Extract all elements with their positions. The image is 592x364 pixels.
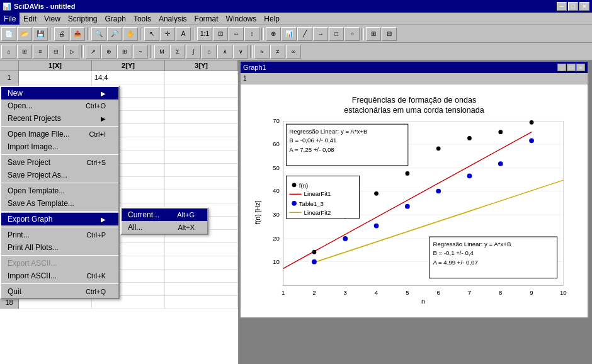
menu-import-image-item[interactable]: Import Image...	[1, 140, 118, 153]
minimize-button[interactable]: ─	[557, 2, 567, 11]
export-current-item[interactable]: Current... Alt+G	[122, 208, 207, 221]
zoom-width[interactable]: ↔	[229, 27, 244, 41]
menu-graph[interactable]: Graph	[101, 13, 130, 25]
save-tool[interactable]: 💾	[33, 27, 48, 41]
menu-import-ascii-item[interactable]: Import ASCII... Ctrl+K	[1, 270, 118, 282]
open-tool[interactable]: 📂	[17, 27, 32, 41]
export-tool[interactable]: 📤	[70, 27, 85, 41]
main-area: 1[X] 2[Y] 3[Y] 1 14,4 2 21,8 3 29,1	[0, 60, 592, 364]
ellipse-tool[interactable]: ○	[344, 27, 360, 41]
maximize-button[interactable]: □	[568, 2, 578, 11]
menu-print-all-item[interactable]: Print All Plots...	[1, 241, 118, 254]
menu-tools[interactable]: Tools	[130, 13, 155, 25]
menu-format[interactable]: Format	[191, 13, 222, 25]
header-row-num	[0, 60, 19, 71]
chart-title-2: estacionárias em uma corda tensionada	[344, 106, 484, 115]
tool-r11[interactable]: Σ	[170, 45, 185, 59]
menu-view[interactable]: View	[40, 13, 64, 25]
tool-r1[interactable]: ⌂	[1, 45, 16, 59]
black-dot-7	[467, 136, 472, 140]
tool-r10[interactable]: M	[154, 45, 169, 59]
black-dot-6	[436, 146, 441, 151]
menu-edit[interactable]: Edit	[20, 13, 40, 25]
menu-file[interactable]: File	[0, 13, 20, 25]
graph-close-btn[interactable]: ×	[576, 64, 585, 71]
tool-r15[interactable]: ∨	[233, 45, 248, 59]
tool-r2[interactable]: ⊞	[17, 45, 32, 59]
tool-r6[interactable]: ↗	[86, 45, 101, 59]
menu-save-as-item[interactable]: Save Project As...	[1, 169, 118, 181]
zoom-out-tool[interactable]: 🔎	[107, 27, 122, 41]
tool-r9[interactable]: ~	[133, 45, 148, 59]
tool-r16[interactable]: ≈	[254, 45, 270, 59]
data-tool[interactable]: 📊	[282, 27, 297, 41]
zoom-in-tool[interactable]: 🔍	[91, 27, 106, 41]
menu-recent-item[interactable]: Recent Projects ▶	[1, 112, 118, 125]
hand-tool[interactable]: ✋	[123, 27, 138, 41]
graph-max-btn[interactable]: □	[567, 64, 576, 71]
text-tool[interactable]: A	[176, 27, 191, 41]
x-axis-label: n	[421, 297, 425, 305]
menu-sep-7	[1, 283, 118, 284]
tool-r13[interactable]: ⌂	[202, 45, 217, 59]
menu-save-template-item[interactable]: Save As Template...	[1, 197, 118, 210]
cross-tool[interactable]: ✛	[160, 27, 175, 41]
menu-save-project-item[interactable]: Save Project Ctrl+S	[1, 156, 118, 169]
cursor-tool[interactable]: ↖	[144, 27, 159, 41]
close-button[interactable]: ×	[579, 2, 589, 11]
sep-r3	[250, 45, 253, 58]
tool-r4[interactable]: ⊟	[48, 45, 64, 59]
print-tool[interactable]: 🖨	[54, 27, 69, 41]
zoom-100[interactable]: 1:1	[197, 27, 212, 41]
menu-analysis[interactable]: Analysis	[155, 13, 191, 25]
graph-title: Graph1	[243, 64, 266, 71]
file-dropdown-menu: New ▶ Open... Ctrl+O Recent Projects ▶ O…	[0, 86, 120, 299]
blue-dot-8	[498, 161, 503, 166]
menu-export-graph-item[interactable]: Export Graph ▶	[1, 213, 118, 225]
tool-r3[interactable]: ≡	[33, 45, 48, 59]
line-tool[interactable]: ╱	[297, 27, 312, 41]
toolbar-row-1: 📄 📂 💾 🖨 📤 🔍 🔎 ✋ ↖ ✛ A 1:1 ⊡ ↔ ↕ ⊕ 📊 ╱ → …	[0, 25, 592, 43]
crosshair-tool[interactable]: ⊕	[266, 27, 281, 41]
zoom-height[interactable]: ↕	[244, 27, 259, 41]
menu-help[interactable]: Help	[260, 13, 283, 25]
export-submenu: Current... Alt+G All... Alt+X	[120, 207, 208, 235]
menu-print-item[interactable]: Print... Ctrl+P	[1, 229, 118, 241]
sep-r2	[150, 45, 152, 58]
menu-bar: File Edit View Scripting Graph Tools Ana…	[0, 13, 592, 25]
blue-dot-2	[312, 259, 317, 264]
new-tool[interactable]: 📄	[1, 27, 16, 41]
y-label-20: 20	[273, 235, 280, 242]
table-tool[interactable]: ⊟	[382, 27, 397, 41]
sep6	[361, 28, 364, 40]
regression2-title: Regressão Linear: y = A*x+B	[433, 241, 511, 247]
tool-r12[interactable]: ∫	[186, 45, 201, 59]
y-label-40: 40	[273, 187, 280, 194]
tool-r7[interactable]: ⊕	[101, 45, 117, 59]
tool-r8[interactable]: ⊞	[117, 45, 132, 59]
layer-tool[interactable]: ⊞	[366, 27, 381, 41]
graph-min-btn[interactable]: _	[557, 64, 566, 71]
tool-r17[interactable]: ≠	[270, 45, 285, 59]
menu-sep-5	[1, 227, 118, 227]
menu-new-item[interactable]: New ▶	[1, 87, 118, 100]
graph-title-bar: Graph1 _ □ ×	[241, 62, 588, 73]
rect-tool[interactable]: □	[329, 27, 344, 41]
legend-table: Table1_3	[299, 200, 324, 207]
right-panel: Graph1 _ □ × 1 Frequências de formação d…	[239, 60, 592, 364]
zoom-fit[interactable]: ⊡	[213, 27, 228, 41]
tool-r18[interactable]: ∞	[286, 45, 301, 59]
legend-fit2: LinearFit2	[304, 209, 331, 216]
menu-windows[interactable]: Windows	[222, 13, 261, 25]
x-label-3: 3	[344, 289, 347, 296]
tool-r5[interactable]: ▷	[64, 45, 79, 59]
menu-quit-item[interactable]: Quit Ctrl+Q	[1, 285, 118, 298]
arrow-tool[interactable]: →	[313, 27, 328, 41]
blue-dot-4	[374, 224, 379, 229]
menu-open-image-item[interactable]: Open Image File... Ctrl+I	[1, 128, 118, 140]
export-all-item[interactable]: All... Alt+X	[122, 221, 207, 234]
tool-r14[interactable]: ∧	[217, 45, 232, 59]
menu-open-item[interactable]: Open... Ctrl+O	[1, 100, 118, 112]
menu-open-template-item[interactable]: Open Template...	[1, 185, 118, 197]
menu-scripting[interactable]: Scripting	[64, 13, 101, 25]
